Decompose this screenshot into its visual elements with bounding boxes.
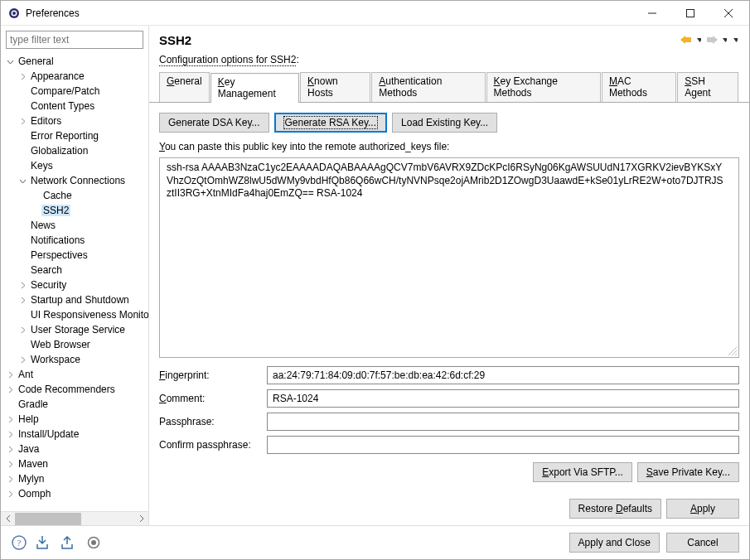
chevron-right-icon[interactable] — [4, 488, 17, 500]
tree-item[interactable]: Web Browser — [1, 337, 148, 352]
tab-ssh-agent[interactable]: SSH Agent — [677, 72, 738, 102]
restore-defaults-button[interactable]: Restore Defaults — [569, 499, 661, 519]
help-icon[interactable]: ? — [11, 534, 27, 551]
chevron-right-icon[interactable] — [17, 294, 29, 307]
tree-item[interactable]: Startup and Shutdown — [1, 292, 148, 307]
cancel-button[interactable]: Cancel — [666, 533, 739, 553]
tree-item[interactable]: Install/Update — [1, 427, 148, 442]
chevron-right-icon[interactable] — [4, 443, 17, 456]
tree-item[interactable]: Perspectives — [1, 248, 148, 263]
minimize-button[interactable] — [633, 1, 671, 25]
chevron-down-icon[interactable] — [17, 175, 29, 187]
apply-button[interactable]: Apply — [666, 499, 739, 519]
tab-mac-methods[interactable]: MAC Methods — [602, 72, 676, 102]
save-private-key-button[interactable]: Save Private Key... — [637, 462, 739, 482]
tree-item-label: Startup and Shutdown — [29, 294, 131, 306]
load-existing-key-button[interactable]: Load Existing Key... — [392, 113, 497, 133]
tree-item[interactable]: SSH2 — [1, 203, 148, 218]
tree-twisty-none — [17, 309, 29, 321]
tree-item[interactable]: Ant — [1, 367, 148, 382]
generate-rsa-button[interactable]: Generate RSA Key... — [274, 113, 388, 133]
tree-item[interactable]: Error Reporting — [1, 128, 148, 143]
comment-field[interactable] — [267, 389, 739, 408]
tree-item[interactable]: General — [1, 54, 148, 69]
oomph-icon[interactable] — [85, 534, 102, 551]
chevron-right-icon[interactable] — [17, 70, 29, 83]
tree-twisty-none — [4, 398, 17, 411]
tab-general[interactable]: General — [159, 72, 210, 102]
tree-item[interactable]: Security — [1, 278, 148, 292]
tree-item[interactable]: Mylyn — [1, 471, 148, 486]
fingerprint-field[interactable] — [267, 366, 739, 384]
tree-item[interactable]: Search — [1, 263, 148, 278]
history-forward-menu[interactable] — [721, 32, 728, 47]
tree-item[interactable]: Help — [1, 412, 148, 427]
tree-item[interactable]: Gradle — [1, 397, 148, 412]
history-back-button[interactable] — [679, 32, 694, 47]
chevron-right-icon[interactable] — [4, 458, 17, 471]
tree-item[interactable]: Maven — [1, 456, 148, 471]
tree-item-label: Keys — [29, 160, 55, 171]
tree-item[interactable]: Code Recommenders — [1, 382, 148, 397]
chevron-down-icon[interactable] — [4, 56, 17, 68]
tree-item[interactable]: Appearance — [1, 69, 148, 84]
tree-item[interactable]: News — [1, 218, 148, 233]
tab-known-hosts[interactable]: Known Hosts — [300, 72, 370, 102]
tab-bar: GeneralKey ManagementKnown HostsAuthenti… — [149, 72, 749, 103]
chevron-right-icon[interactable] — [17, 279, 29, 292]
confirm-passphrase-field[interactable] — [267, 436, 739, 454]
tree-item[interactable]: UI Responsiveness Monitoring — [1, 307, 148, 322]
tree-item[interactable]: User Storage Service — [1, 322, 148, 337]
page-title: SSH2 — [159, 33, 677, 47]
tree-item[interactable]: Cache — [1, 188, 148, 203]
chevron-right-icon[interactable] — [4, 369, 17, 381]
tree-item[interactable]: Keys — [1, 158, 148, 173]
export-sftp-button[interactable]: Export Via SFTP... — [533, 462, 632, 482]
chevron-right-icon[interactable] — [17, 115, 29, 128]
scroll-thumb[interactable] — [15, 513, 81, 525]
tree-item-label: Install/Update — [17, 428, 80, 440]
page-description: Configuration options for SSH2: — [149, 52, 749, 72]
filter-input[interactable] — [6, 31, 143, 49]
maximize-button[interactable] — [671, 1, 709, 25]
tab-key-exchange-methods[interactable]: Key Exchange Methods — [486, 72, 601, 102]
tree-item[interactable]: Globalization — [1, 143, 148, 158]
chevron-right-icon[interactable] — [4, 473, 17, 485]
chevron-right-icon[interactable] — [17, 354, 29, 366]
close-button[interactable] — [709, 1, 748, 25]
scroll-right-icon[interactable] — [134, 512, 148, 526]
tree-item-label: SSH2 — [41, 205, 70, 216]
chevron-right-icon[interactable] — [17, 324, 29, 336]
tab-key-management[interactable]: Key Management — [210, 73, 299, 103]
tree-item[interactable]: Workspace — [1, 352, 148, 367]
tree-twisty-none — [17, 85, 29, 98]
generate-dsa-button[interactable]: Generate DSA Key... — [159, 113, 269, 133]
tree-item-label: User Storage Service — [29, 324, 127, 336]
scroll-left-icon[interactable] — [1, 512, 15, 526]
tree-horizontal-scrollbar[interactable] — [1, 511, 148, 525]
tree-item[interactable]: Content Types — [1, 99, 148, 113]
apply-and-close-button[interactable]: Apply and Close — [569, 533, 660, 553]
export-icon[interactable] — [60, 534, 77, 551]
tree-item[interactable]: Notifications — [1, 233, 148, 248]
history-forward-button[interactable] — [704, 32, 719, 47]
tree-item[interactable]: Java — [1, 442, 148, 456]
tree-item[interactable]: Editors — [1, 113, 148, 128]
tree-item-label: Compare/Patch — [29, 85, 101, 97]
public-key-text[interactable]: ssh-rsa AAAAB3NzaC1yc2EAAAADAQABAAAAgQCV… — [159, 157, 739, 358]
history-back-menu[interactable] — [695, 32, 703, 47]
tab-authentication-methods[interactable]: Authentication Methods — [371, 72, 485, 102]
chevron-right-icon[interactable] — [4, 413, 17, 426]
tree-item[interactable]: Network Connections — [1, 173, 148, 188]
preference-tree[interactable]: GeneralAppearanceCompare/PatchContent Ty… — [1, 52, 148, 511]
tree-item-label: Ant — [17, 369, 35, 380]
import-icon[interactable] — [36, 534, 52, 551]
tree-item[interactable]: Oomph — [1, 486, 148, 501]
passphrase-field[interactable] — [267, 413, 739, 431]
tree-twisty-none — [17, 100, 29, 113]
tree-item-label: Search — [29, 264, 64, 276]
chevron-right-icon[interactable] — [4, 428, 17, 441]
chevron-right-icon[interactable] — [4, 384, 17, 396]
tree-item[interactable]: Compare/Patch — [1, 84, 148, 99]
page-menu[interactable] — [732, 32, 739, 47]
